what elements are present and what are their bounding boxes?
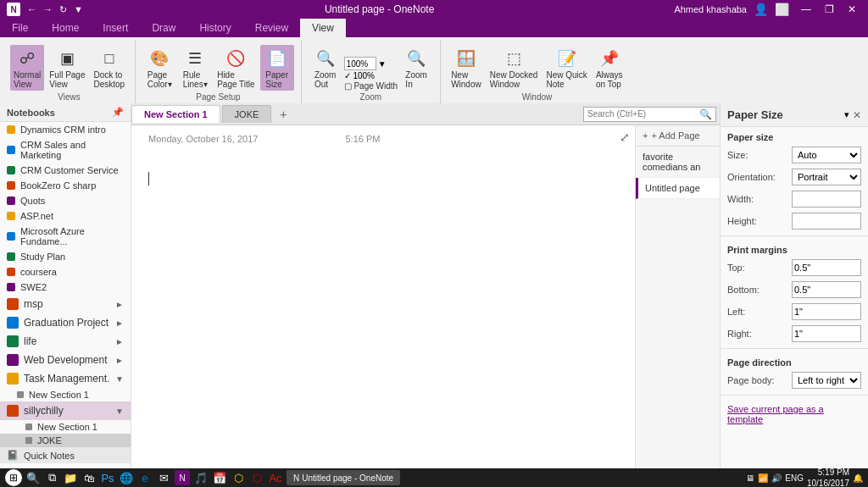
show-desktop-icon[interactable]: 🖥 <box>746 473 754 483</box>
yellow-icon[interactable]: ⬡ <box>231 470 246 485</box>
store-icon[interactable]: 🛍 <box>81 470 97 485</box>
full-page-view-button[interactable]: ▣ Full PageView <box>46 45 88 91</box>
section-joke[interactable]: JOKE <box>0 434 131 447</box>
red-icon[interactable]: ⬡ <box>249 470 264 485</box>
new-window-button[interactable]: 🪟 NewWindow <box>448 45 485 91</box>
task-view-icon[interactable]: ⧉ <box>44 470 59 485</box>
notebook-crm-sales[interactable]: CRM Sales and Marketing <box>0 137 131 163</box>
top-margin-input[interactable] <box>792 259 861 276</box>
restore-button[interactable]: ❐ <box>820 3 839 15</box>
note-area[interactable]: Monday, October 16, 2017 5:16 PM ⤢ <box>131 125 635 473</box>
group-icon <box>7 354 19 366</box>
page-color-button[interactable]: 🎨 PageColor▾ <box>142 45 176 91</box>
zoom-dropdown-icon[interactable]: ▼ <box>378 59 387 69</box>
edge-icon[interactable]: e <box>137 470 153 485</box>
window-settings-icon[interactable]: ⬜ <box>775 3 789 16</box>
lang-indicator[interactable]: ENG <box>785 473 804 483</box>
network-icon[interactable]: 📶 <box>758 473 768 483</box>
notebook-swe2[interactable]: SWE2 <box>0 279 131 295</box>
tab-review[interactable]: Review <box>243 19 300 37</box>
file-explorer-icon[interactable]: 📁 <box>63 470 78 485</box>
notebook-quots[interactable]: Quots <box>0 193 131 208</box>
notebooks-label: Notebooks <box>7 108 55 118</box>
new-quick-note-button[interactable]: 📝 New QuickNote <box>542 45 590 91</box>
group-graduation[interactable]: Graduation Project ► <box>0 313 131 332</box>
tab-view[interactable]: View <box>300 19 346 37</box>
zoom-level-input[interactable] <box>344 57 376 70</box>
tab-new-section-1[interactable]: New Section 1 <box>131 105 220 123</box>
page-item-untitled[interactable]: Untitled page <box>636 178 720 199</box>
page-item-favorite[interactable]: favorite comedians an <box>636 147 720 178</box>
tab-draw[interactable]: Draw <box>140 19 187 37</box>
section-silly-newsection[interactable]: New Section 1 <box>0 420 131 434</box>
left-margin-input[interactable] <box>792 303 861 320</box>
normal-view-button[interactable]: ☍ NormalView <box>10 45 44 91</box>
dock-to-desktop-button[interactable]: □ Dock toDesktop <box>90 45 128 91</box>
start-button[interactable]: ⊞ <box>5 469 22 486</box>
right-margin-input[interactable] <box>792 325 861 342</box>
tab-home[interactable]: Home <box>40 19 91 37</box>
page-width-label[interactable]: ▢ Page Width <box>344 81 398 91</box>
zoom-in-button[interactable]: 🔍 ZoomIn <box>399 45 433 91</box>
notebook-crm-customer[interactable]: CRM Customer Service <box>0 163 131 178</box>
add-page-button[interactable]: + + Add Page <box>636 125 720 147</box>
panel-close-button[interactable]: ✕ <box>853 109 861 121</box>
expand-icon[interactable]: ⤢ <box>620 130 630 144</box>
media-icon[interactable]: 🎵 <box>193 470 209 485</box>
bottom-margin-input[interactable] <box>792 281 861 298</box>
back-btn[interactable]: ← <box>25 4 38 14</box>
width-input[interactable] <box>792 191 861 208</box>
close-button[interactable]: ✕ <box>843 3 861 15</box>
minimize-button[interactable]: — <box>796 3 816 15</box>
group-task-management[interactable]: Task Management. ▼ <box>0 369 131 388</box>
group-life[interactable]: life ► <box>0 332 131 351</box>
acrobat-icon[interactable]: Ac <box>268 470 283 485</box>
rule-lines-button[interactable]: ☰ RuleLines▾ <box>178 45 212 91</box>
notebook-azure[interactable]: Microsoft Azure Fundame... <box>0 224 131 249</box>
tab-insert[interactable]: Insert <box>91 19 140 37</box>
photoshop-icon[interactable]: Ps <box>100 470 115 485</box>
forward-btn[interactable]: → <box>42 4 54 14</box>
search-input[interactable] <box>587 109 698 119</box>
notebook-dynamics[interactable]: Dynamics CRM intro <box>0 122 131 137</box>
notebook-bookzero[interactable]: BookZero C sharp <box>0 178 131 193</box>
calendar-icon[interactable]: 📅 <box>212 470 227 485</box>
orientation-select[interactable]: Portrait Landscape <box>792 169 861 185</box>
tab-joke[interactable]: JOKE <box>222 105 272 123</box>
taskbar-clock[interactable]: 5:19 PM 10/16/2017 <box>807 467 849 487</box>
chrome-icon[interactable]: 🌐 <box>119 470 134 485</box>
pin-icon[interactable]: 📌 <box>112 107 124 118</box>
new-docked-window-button[interactable]: ⬚ New DockedWindow <box>487 45 542 91</box>
tab-history[interactable]: History <box>187 19 242 37</box>
group-msp[interactable]: msp ► <box>0 295 131 313</box>
search-taskbar-icon[interactable]: 🔍 <box>25 470 41 485</box>
mail-icon[interactable]: ✉ <box>156 470 171 485</box>
group-webdev[interactable]: Web Development ► <box>0 351 131 369</box>
size-select[interactable]: Auto Letter A4 <box>792 147 861 163</box>
notebook-coursera[interactable]: coursera <box>0 264 131 279</box>
notification-icon[interactable]: 🔔 <box>853 473 863 483</box>
onenote-taskbar-app[interactable]: N Untitled page - OneNote <box>287 470 400 485</box>
panel-collapse-icon[interactable]: ▾ <box>844 109 849 121</box>
always-on-top-button[interactable]: 📌 Alwayson Top <box>593 45 626 91</box>
save-template-link[interactable]: Save current page as a template <box>721 399 868 429</box>
page-body-select[interactable]: Left to right Right to left <box>792 372 861 389</box>
zoom-out-button[interactable]: 🔍 ZoomOut <box>309 45 342 91</box>
section-new-section-1[interactable]: New Section 1 <box>0 388 131 401</box>
notebook-aspnet[interactable]: ASP.net <box>0 208 131 224</box>
hide-page-title-button[interactable]: 🚫 HidePage Title <box>214 45 258 91</box>
new-window-icon: 🪟 <box>454 47 478 70</box>
add-section-button[interactable]: + <box>273 104 293 125</box>
onenote-taskbar-icon[interactable]: N <box>175 470 190 485</box>
notebook-study-plan[interactable]: Study Plan <box>0 249 131 264</box>
tab-file[interactable]: File <box>0 19 40 37</box>
undo-icon[interactable]: ↻ <box>58 4 69 15</box>
quick-notes-item[interactable]: 📓 Quick Notes <box>0 447 131 463</box>
volume-icon[interactable]: 🔊 <box>771 473 782 483</box>
account-icon[interactable]: 👤 <box>754 3 768 16</box>
more-icon[interactable]: ▼ <box>72 4 85 14</box>
group-sillychilly[interactable]: sillychilly ▼ <box>0 401 131 420</box>
search-icon[interactable]: 🔍 <box>699 108 712 120</box>
height-input[interactable] <box>792 213 861 230</box>
paper-size-button[interactable]: 📄 PaperSize <box>260 45 294 91</box>
